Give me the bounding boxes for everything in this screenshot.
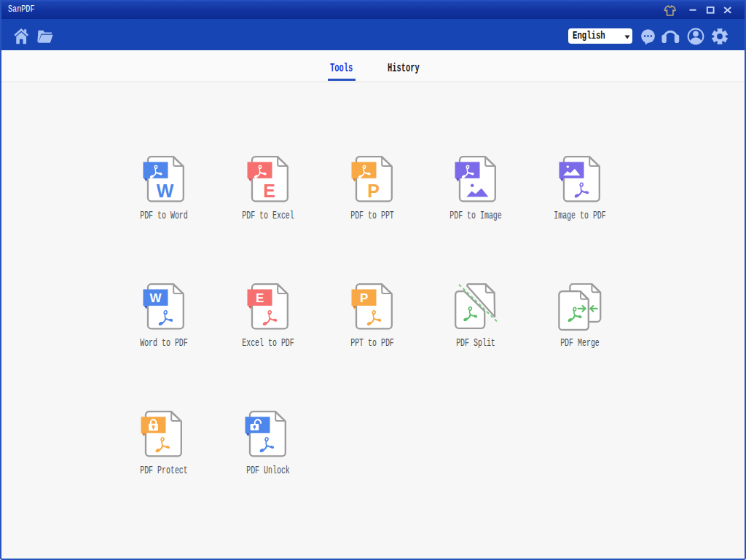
- svg-text:E: E: [256, 291, 264, 305]
- svg-text:W: W: [157, 181, 174, 201]
- svg-text:E: E: [263, 181, 275, 201]
- svg-text:W: W: [150, 291, 162, 305]
- svg-text:P: P: [360, 291, 368, 305]
- svg-text:P: P: [367, 181, 380, 201]
